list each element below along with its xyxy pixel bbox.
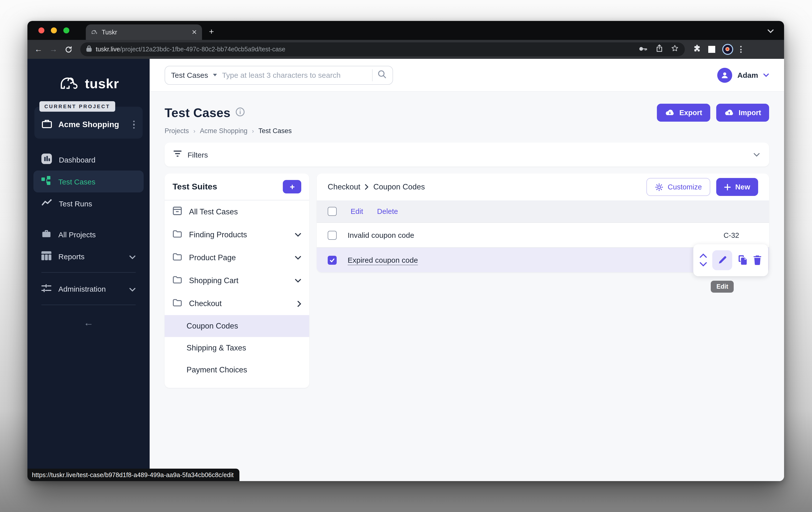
brand-logo[interactable]: tuskr (27, 74, 150, 94)
select-all-checkbox[interactable] (328, 207, 337, 216)
import-label: Import (739, 109, 761, 117)
address-bar[interactable]: tuskr.live/project/12a23bdc-1fbe-497c-80… (80, 42, 685, 56)
copy-icon (737, 255, 748, 265)
suite-label: All Test Cases (189, 207, 301, 216)
suite-item-shopping-cart[interactable]: Shopping Cart (165, 269, 309, 292)
folder-plus-icon (288, 183, 296, 191)
tab-close-icon[interactable]: ✕ (192, 29, 197, 35)
top-bar: Test Cases Adam (150, 59, 784, 92)
search-icon[interactable] (378, 69, 386, 81)
search-scope-dropdown[interactable]: Test Cases (171, 71, 208, 79)
lock-icon (86, 45, 92, 54)
browser-tab[interactable]: Tuskr ✕ (86, 24, 202, 40)
folder-icon (173, 230, 182, 240)
window-controls[interactable] (38, 27, 69, 33)
chevron-down-icon[interactable] (753, 150, 760, 159)
plus-icon (724, 184, 731, 190)
suite-label: Shopping Cart (189, 276, 288, 285)
test-case-link[interactable]: Invalid coupon code (348, 231, 713, 239)
edit-button[interactable] (712, 250, 732, 270)
bulk-edit-link[interactable]: Edit (351, 207, 363, 215)
move-down-icon[interactable] (699, 262, 707, 267)
page-title: Test Cases (165, 106, 230, 120)
test-suites-title: Test Suites (173, 182, 283, 192)
chevron-down-icon[interactable] (295, 233, 301, 237)
sidebar-item-test-cases[interactable]: Test Cases (33, 171, 144, 192)
sidebar-item-administration[interactable]: Administration (33, 278, 144, 300)
close-window-button[interactable] (38, 27, 45, 33)
elephant-logo-icon (58, 74, 80, 94)
check-icon (329, 257, 335, 263)
customize-button[interactable]: Customize (646, 178, 710, 196)
sidebar-item-label: Administration (58, 284, 122, 293)
suite-item-shipping-taxes[interactable]: Shipping & Taxes (165, 337, 309, 359)
search-input[interactable] (222, 71, 367, 79)
chevron-right-icon[interactable] (297, 300, 301, 307)
global-search[interactable]: Test Cases (165, 65, 393, 85)
tab-strip: Tuskr ✕ + (27, 21, 784, 40)
suite-item-checkout[interactable]: Checkout (165, 292, 309, 315)
suite-item-coupon-codes[interactable]: Coupon Codes (165, 315, 309, 337)
reports-icon (41, 251, 51, 262)
chevron-down-icon[interactable] (295, 256, 301, 260)
back-button[interactable]: ← (32, 43, 45, 55)
extension-square-icon[interactable] (708, 46, 715, 53)
chevron-right-icon: › (194, 127, 196, 134)
sidebar-item-dashboard[interactable]: Dashboard (33, 149, 144, 171)
add-suite-button[interactable] (283, 180, 301, 193)
filters-panel[interactable]: Filters (165, 143, 769, 167)
suite-breadcrumb-parent[interactable]: Checkout (328, 182, 360, 191)
export-button[interactable]: Export (657, 104, 710, 122)
caret-down-icon (213, 74, 217, 76)
breadcrumb-project[interactable]: Acme Shopping (200, 127, 248, 134)
bulk-delete-link[interactable]: Delete (377, 207, 398, 215)
breadcrumb-projects[interactable]: Projects (165, 127, 189, 134)
project-name: Acme Shopping (58, 120, 126, 129)
all-projects-briefcase-icon (41, 229, 51, 240)
move-up-icon[interactable] (699, 253, 707, 258)
minimize-window-button[interactable] (51, 27, 57, 33)
suite-item-payment-choices[interactable]: Payment Choices (165, 359, 309, 381)
new-test-case-button[interactable]: New (716, 178, 758, 196)
project-menu-icon[interactable] (132, 120, 136, 130)
suite-item-finding-products[interactable]: Finding Products (165, 223, 309, 246)
sidebar-item-reports[interactable]: Reports (33, 245, 144, 267)
chevron-down-icon[interactable] (295, 279, 301, 283)
browser-profile-avatar[interactable] (722, 44, 733, 55)
collapse-sidebar-button[interactable]: ← (33, 310, 144, 335)
forward-button[interactable]: → (48, 43, 59, 55)
tab-search-chevron-icon[interactable] (767, 26, 774, 35)
user-menu[interactable]: Adam (718, 67, 769, 83)
current-project-badge: CURRENT PROJECT (39, 101, 115, 112)
new-tab-button[interactable]: + (209, 27, 214, 37)
zoom-window-button[interactable] (63, 27, 69, 33)
suite-breadcrumb: Checkout Coupon Codes (328, 182, 425, 191)
sidebar-item-all-projects[interactable]: All Projects (33, 223, 144, 245)
test-case-id: C-32 (723, 231, 758, 239)
chevron-down-icon (129, 252, 136, 261)
duplicate-button[interactable] (737, 255, 748, 265)
import-button[interactable]: Import (716, 104, 769, 122)
sidebar: tuskr CURRENT PROJECT Acme Shopping (27, 59, 150, 481)
browser-menu-icon[interactable] (740, 46, 742, 53)
extensions-puzzle-icon[interactable] (693, 44, 701, 55)
suite-item-product-page[interactable]: Product Page (165, 246, 309, 269)
row-checkbox-checked[interactable] (328, 255, 337, 265)
administration-sliders-icon (41, 283, 51, 294)
url-text: tuskr.live/project/12a23bdc-1fbe-497c-80… (96, 46, 635, 53)
folder-icon (173, 276, 182, 286)
page-content: Test Cases Export Import (150, 92, 784, 481)
reload-button[interactable] (62, 43, 74, 55)
edit-tooltip: Edit (711, 281, 734, 293)
suite-item-all-test-cases[interactable]: All Test Cases (165, 201, 309, 223)
info-icon[interactable] (235, 107, 245, 118)
bookmark-star-icon[interactable] (671, 44, 679, 54)
test-runs-icon (41, 199, 52, 208)
share-icon[interactable] (656, 44, 663, 54)
table-row[interactable]: Invalid coupon code C-32 (317, 222, 769, 247)
password-key-icon[interactable] (639, 45, 648, 54)
sidebar-item-test-runs[interactable]: Test Runs (33, 192, 144, 214)
delete-button[interactable] (753, 255, 762, 265)
table-row-selected[interactable]: Expired coupon code (317, 247, 769, 272)
row-checkbox[interactable] (328, 231, 337, 240)
